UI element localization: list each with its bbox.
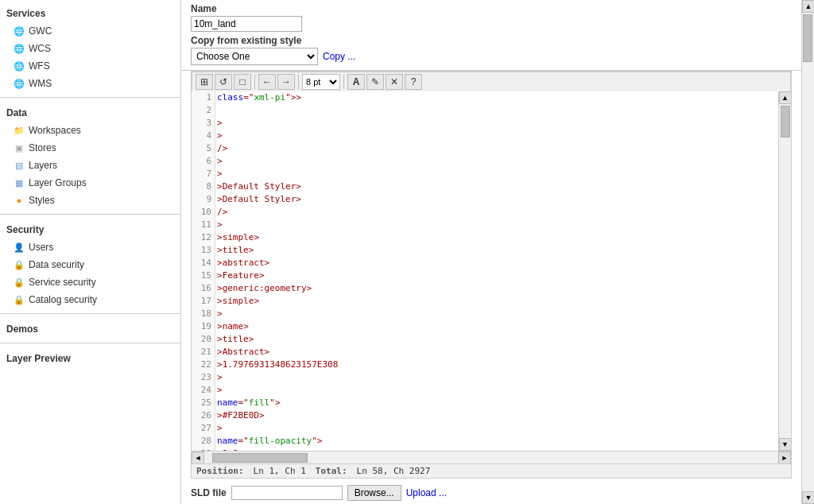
sidebar-item-label: Service security [29,275,96,289]
code-line: >#F2BE0D> [217,409,777,422]
sld-editor-container: ⊞ ↺ □ ← → 8 pt A ✎ ✕ ? 12345678910111213… [191,71,792,479]
shield-icon: 🔒 [13,276,25,289]
position-label: Position: [196,466,244,476]
sidebar-item-label: WCS [29,41,51,56]
line-number: 17 [192,295,215,308]
hscroll-left-btn[interactable]: ◄ [192,452,204,464]
folder-icon: 📁 [13,124,25,137]
code-line: name="fill"> [217,397,777,409]
name-label: Name [191,3,792,14]
toolbar-grid-btn[interactable]: ⊞ [196,74,213,90]
sidebar-item-users[interactable]: 👤 Users [0,238,180,256]
code-line: >Abstract> [217,346,777,359]
sidebar-item-catalog-security[interactable]: 🔒 Catalog security [0,291,180,308]
toolbar-refresh-btn[interactable]: ↺ [215,74,232,90]
sidebar-item-label: Workspaces [29,123,81,138]
main-vscroll[interactable]: ▲ ▼ [801,0,814,504]
code-line: > [217,308,777,320]
sidebar-item-data-security[interactable]: 🔒 Data security [0,256,180,273]
vscroll-down-btn[interactable]: ▼ [779,438,792,451]
sld-upload-link[interactable]: Upload ... [406,487,447,498]
copy-link[interactable]: Copy ... [323,51,355,62]
line-number: 9 [192,193,215,206]
toolbar-help-btn[interactable]: ? [405,74,422,90]
sidebar-item-label: GWC [29,24,52,38]
vscroll-up-btn[interactable]: ▲ [779,91,792,104]
code-line: >simple> [217,295,777,308]
sidebar-item-label: WMS [29,76,52,91]
main-vscroll-up-btn[interactable]: ▲ [802,0,814,13]
toolbar-text-btn[interactable]: A [347,74,365,90]
line-number: 15 [192,269,215,282]
line-number: 22 [192,359,215,371]
toolbar-clear-btn[interactable]: ✕ [386,74,403,90]
code-line: name="fill-opacity"> [217,435,777,448]
code-line: >1.7976931348623157E308 [217,359,777,371]
shield-icon: 🔒 [13,293,25,306]
code-content[interactable]: class="xml-pi">> > > /> > > >Default Sty… [215,91,778,451]
code-line: >name> [217,320,777,333]
globe-icon: 🌐 [13,25,25,37]
code-line: /> [217,206,777,219]
main-vscroll-down-btn[interactable]: ▼ [802,491,814,504]
line-number: 2 [192,104,215,117]
line-number: 5 [192,142,215,155]
editor-vscroll[interactable]: ▲ ▼ [778,91,791,451]
sidebar-item-workspaces[interactable]: 📁 Workspaces [0,122,180,139]
sld-file-input[interactable] [231,486,343,500]
sidebar-item-label: Catalog security [29,293,97,307]
hscroll-thumb[interactable] [212,453,308,463]
hscroll[interactable]: ◄ ► [192,451,791,463]
toolbar-sep-2 [298,75,299,89]
globe-icon: 🌐 [13,60,25,72]
layer-preview-section-title[interactable]: Layer Preview [0,348,180,367]
sld-file-label: SLD file [191,487,227,498]
code-line: > [217,155,777,168]
toolbar-undo-btn[interactable]: ← [258,74,276,90]
user-icon: 👤 [13,241,25,254]
sidebar-item-gwc[interactable]: 🌐 GWC [0,22,180,40]
code-line: > [217,371,777,384]
demos-section-title[interactable]: Demos [0,319,180,338]
toolbar-square-btn[interactable]: □ [234,74,251,90]
line-number: 8 [192,180,215,193]
code-line: >generic:geometry> [217,282,777,295]
toolbar-redo-btn[interactable]: → [277,74,295,90]
code-line: > [217,422,777,435]
line-number: 23 [192,371,215,384]
sidebar: Services 🌐 GWC 🌐 WCS 🌐 WFS 🌐 WMS Data 📁 … [0,0,181,504]
copy-label: Copy from existing style [191,35,792,46]
sidebar-item-label: WFS [29,59,50,73]
main-vscroll-thumb[interactable] [803,14,812,62]
code-line: > [217,168,777,180]
sidebar-item-label: Users [29,240,53,254]
styles-icon: ● [13,194,25,207]
toolbar-sep-1 [254,75,255,89]
sidebar-item-stores[interactable]: ▣ Stores [0,139,180,157]
sld-browse-button[interactable]: Browse... [347,485,401,501]
vscroll-thumb[interactable] [781,106,790,138]
toolbar-edit-btn[interactable]: ✎ [366,74,384,90]
sidebar-item-layer-groups[interactable]: ▦ Layer Groups [0,174,180,192]
code-line: > [217,117,777,130]
code-line: > [217,384,777,397]
position-value: Ln 1, Ch 1 [254,466,306,476]
sidebar-item-wcs[interactable]: 🌐 WCS [0,40,180,57]
code-line: >abstract> [217,257,777,269]
line-number: 10 [192,206,215,219]
sidebar-item-wfs[interactable]: 🌐 WFS [0,57,180,75]
top-form: Name Copy from existing style Choose One… [181,0,801,71]
sidebar-item-label: Layer Groups [29,176,87,190]
main-content: Name Copy from existing style Choose One… [181,0,801,504]
line-number: 28 [192,435,215,448]
sidebar-item-service-security[interactable]: 🔒 Service security [0,273,180,291]
sidebar-item-label: Stores [29,141,56,155]
copy-style-dropdown[interactable]: Choose One [191,48,318,65]
sidebar-item-wms[interactable]: 🌐 WMS [0,75,180,92]
font-size-select[interactable]: 8 pt [302,74,340,90]
hscroll-right-btn[interactable]: ► [778,452,791,464]
sidebar-item-layers[interactable]: ▤ Layers [0,157,180,174]
name-input[interactable] [191,16,302,32]
sidebar-item-styles[interactable]: ● Styles [0,192,180,209]
code-line: >title> [217,244,777,257]
